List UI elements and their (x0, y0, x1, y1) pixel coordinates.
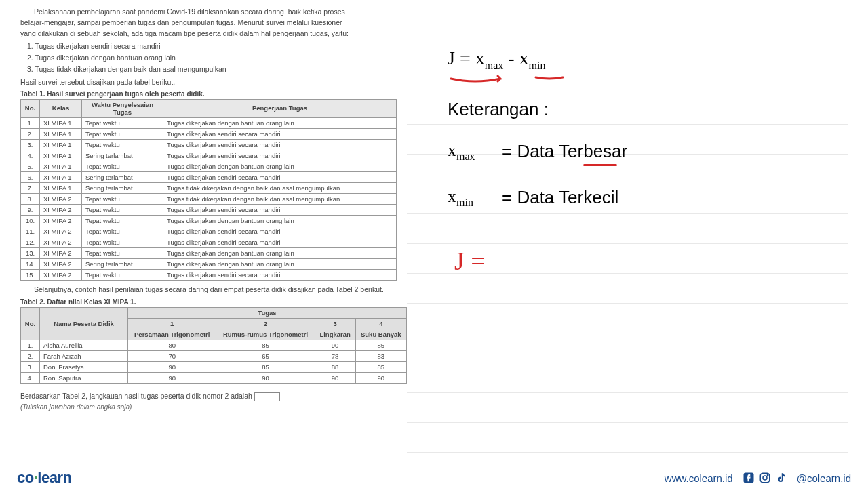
t2-h-nama: Nama Peserta Didik (40, 308, 128, 340)
footer-handle: @colearn.id (797, 472, 851, 484)
t1-h-waktu: Waktu Penyelesaian Tugas (82, 99, 163, 117)
handwritten-j-equals: J = (454, 246, 848, 276)
table-row: 3.XI MIPA 1Tepat waktuTugas dikerjakan s… (21, 139, 397, 150)
t1-h-kelas: Kelas (40, 99, 82, 117)
colearn-logo: co·learn (17, 469, 71, 487)
explanation-panel: J = xmax - xmin Keterangan : xmax = Data… (407, 0, 868, 488)
table-row: 12.XI MIPA 2Tepat waktuTugas dikerjakan … (21, 237, 397, 247)
svg-point-3 (767, 474, 768, 476)
intro-line1: Pelaksanaan pembelajaran saat pandemi Co… (34, 7, 345, 16)
table-row: 2.Farah Azizah70657883 (21, 351, 407, 362)
list-item-3: 3. Tugas tidak dikerjakan dengan baik da… (27, 64, 393, 75)
t2-c2: 2 (216, 319, 315, 329)
t2-s1: Persamaan Trigonometri (128, 329, 216, 340)
t2-h-tugas: Tugas (128, 308, 407, 319)
social-icons (743, 472, 787, 484)
t1-h-no: No. (21, 99, 40, 117)
table-row: 3.Doni Prasetya90858885 (21, 362, 407, 373)
t2-c4: 4 (355, 319, 406, 329)
table-row: 4.Roni Saputra90909090 (21, 373, 407, 384)
table-row: 2.XI MIPA 1Tepat waktuTugas dikerjakan s… (21, 128, 397, 139)
facebook-icon (743, 472, 755, 484)
table-row: 11.XI MIPA 2Tepat waktuTugas dikerjakan … (21, 226, 397, 237)
table-row: 10.XI MIPA 2Tepat waktuTugas dikerjakan … (21, 215, 397, 226)
intro-line3: yang dilakukan di sebuah sekolah, ada ti… (20, 29, 349, 37)
footer-url: www.colearn.id (665, 472, 733, 484)
instagram-icon (759, 472, 771, 484)
t1-h-peng: Pengerjaan Tugas (163, 99, 397, 117)
table-row: 13.XI MIPA 2Tepat waktuTugas dikerjakan … (21, 247, 397, 258)
table-row: 5.XI MIPA 1Tepat waktuTugas dikerjakan d… (21, 161, 397, 171)
table-row: 9.XI MIPA 2Tepat waktuTugas dikerjakan s… (21, 204, 397, 215)
t2-c1: 1 (128, 319, 216, 329)
table-row: 4.XI MIPA 1Sering terlambatTugas dikerja… (21, 150, 397, 161)
red-underline-icon (583, 164, 617, 166)
table-row: 15.XI MIPA 2Tepat waktuTugas dikerjakan … (21, 269, 397, 280)
table2-caption: Tabel 2. Daftar nilai Kelas XI MIPA 1. (20, 298, 393, 306)
afternote: Selanjutnya, contoh hasil penilaian tuga… (20, 285, 393, 295)
table1-caption: Tabel 1. Hasil survei pengerjaan tugas o… (20, 90, 393, 98)
instruction-text: (Tuliskan jawaban dalam angka saja) (20, 403, 393, 411)
intro-text: Pelaksanaan pembelajaran saat pandemi Co… (20, 7, 393, 39)
footer: co·learn www.colearn.id @colearn.id (0, 468, 868, 488)
hasil-text: Hasil survei tersebut disajikan pada tab… (20, 78, 393, 86)
t2-c3: 3 (315, 319, 355, 329)
list-item-1: 1. Tugas dikerjakan sendiri secara mandi… (27, 41, 393, 52)
svg-point-2 (763, 476, 767, 480)
table-1: No. Kelas Waktu Penyelesaian Tugas Penge… (20, 99, 397, 281)
xmin-definition: xmin = Data Terkecil (448, 186, 848, 209)
t2-s2: Rumus-rumus Trigonometri (216, 329, 315, 340)
table-row: 7.XI MIPA 1Sering terlambatTugas tidak d… (21, 182, 397, 193)
range-formula: J = xmax - xmin (448, 47, 848, 72)
table-2: No. Nama Peserta Didik Tugas 1 2 3 4 Per… (20, 307, 407, 384)
xmax-definition: xmax = Data Terbesar (448, 140, 848, 163)
t2-s3: Lingkaran (315, 329, 355, 340)
red-underline-arrow (448, 72, 848, 85)
table-row: 14.XI MIPA 2Sering terlambatTugas dikerj… (21, 258, 397, 269)
question-text: Berdasarkan Tabel 2, jangkauan hasil tug… (20, 392, 393, 401)
table-row: 6.XI MIPA 1Sering terlambatTugas dikerja… (21, 171, 397, 182)
ordered-list: 1. Tugas dikerjakan sendiri secara mandi… (27, 41, 393, 75)
tiktok-icon (775, 472, 787, 484)
table-row: 1.Aisha Aurellia80859085 (21, 340, 407, 351)
question-panel: Pelaksanaan pembelajaran saat pandemi Co… (0, 0, 407, 488)
list-item-2: 2. Tugas dikerjakan dengan bantuan orang… (27, 53, 393, 64)
t2-s4: Suku Banyak (355, 329, 406, 340)
intro-line2: belajar-mengajar, sampai pemberian tugas… (20, 18, 342, 26)
t2-h-no: No. (21, 308, 40, 340)
keterangan-label: Keterangan : (448, 99, 848, 120)
table-row: 1.XI MIPA 1Tepat waktuTugas dikerjakan d… (21, 117, 397, 128)
table-row: 8.XI MIPA 2Tepat waktuTugas tidak dikerj… (21, 193, 397, 204)
answer-box[interactable] (254, 392, 280, 401)
